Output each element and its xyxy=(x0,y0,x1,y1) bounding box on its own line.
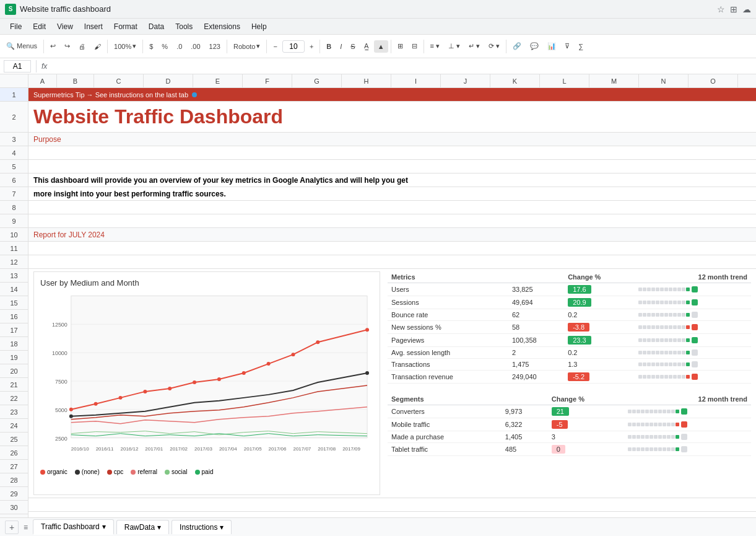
col-c[interactable]: C xyxy=(94,74,144,88)
row-num-19[interactable]: 19 xyxy=(0,351,28,364)
row-num-26[interactable]: 26 xyxy=(0,446,28,460)
col-j[interactable]: J xyxy=(441,74,490,88)
menu-view[interactable]: View xyxy=(52,21,78,32)
number-format[interactable]: 123 xyxy=(206,40,224,53)
function-button[interactable]: ∑ xyxy=(575,40,587,53)
doc-icon[interactable]: ⊞ xyxy=(730,4,737,14)
comment-button[interactable]: 💬 xyxy=(526,40,542,53)
row-num-7[interactable]: 7 xyxy=(0,187,28,201)
col-k[interactable]: K xyxy=(490,74,540,88)
row-num-22[interactable]: 22 xyxy=(0,392,28,405)
align-h-button[interactable]: ≡ ▾ xyxy=(427,40,443,53)
decimal-decrease[interactable]: .0 xyxy=(173,40,186,53)
col-f[interactable]: F xyxy=(243,74,292,88)
col-g[interactable]: G xyxy=(292,74,342,88)
row-num-9[interactable]: 9 xyxy=(0,214,28,228)
trend-dots xyxy=(638,361,747,367)
cloud-icon[interactable]: ☁ xyxy=(742,4,751,14)
menu-insert[interactable]: Insert xyxy=(79,21,108,32)
zoom-selector[interactable]: 100% ▾ xyxy=(110,40,140,53)
row-num-5[interactable]: 5 xyxy=(0,160,28,174)
row-num-14[interactable]: 14 xyxy=(0,283,28,296)
font-selector[interactable]: Roboto ▾ xyxy=(230,40,264,53)
filter-button[interactable]: ⊽ xyxy=(561,40,573,53)
menu-data[interactable]: Data xyxy=(144,21,169,32)
link-button[interactable]: 🔗 xyxy=(509,40,525,53)
banner-link[interactable]: See instructions on the last tab xyxy=(95,91,188,99)
chart-button[interactable]: 📊 xyxy=(544,40,560,53)
currency-button[interactable]: $ xyxy=(146,40,157,53)
col-d[interactable]: D xyxy=(144,74,193,88)
print-button[interactable]: 🖨 xyxy=(75,40,89,53)
borders-button[interactable]: ⊞ xyxy=(394,40,407,53)
row-num-20[interactable]: 20 xyxy=(0,364,28,378)
menu-edit[interactable]: Edit xyxy=(28,21,51,32)
row-num-13[interactable]: 13 xyxy=(0,269,28,283)
row-num-3[interactable]: 3 xyxy=(0,133,28,146)
undo-button[interactable]: ↩ xyxy=(46,40,59,53)
paint-format-button[interactable]: 🖌 xyxy=(90,40,105,53)
row-num-23[interactable]: 23 xyxy=(0,405,28,419)
tab-rawdata[interactable]: RawData ▾ xyxy=(116,520,169,534)
col-o[interactable]: O xyxy=(689,74,738,88)
col-b[interactable]: B xyxy=(57,74,94,88)
bold-button[interactable]: B xyxy=(323,40,335,53)
tab-instructions-dropdown[interactable]: ▾ xyxy=(220,523,224,532)
percent-button[interactable]: % xyxy=(158,40,172,53)
row-num-29[interactable]: 29 xyxy=(0,487,28,501)
col-m[interactable]: M xyxy=(589,74,639,88)
row-num-1[interactable]: 1 xyxy=(0,88,28,102)
menus-button[interactable]: 🔍 Menus xyxy=(2,40,41,53)
align-v-button[interactable]: ⊥ ▾ xyxy=(445,40,464,53)
cell-reference[interactable]: A1 xyxy=(4,60,31,72)
row-num-10[interactable]: 10 xyxy=(0,228,28,242)
decimal-increase[interactable]: .00 xyxy=(187,40,204,53)
font-size-input[interactable]: 10 xyxy=(282,40,305,53)
menu-format[interactable]: Format xyxy=(109,21,142,32)
row-num-2[interactable]: 2 xyxy=(0,102,28,133)
row-num-8[interactable]: 8 xyxy=(0,201,28,214)
tab-instructions[interactable]: Instructions ▾ xyxy=(172,520,232,534)
tab-traffic-dropdown[interactable]: ▾ xyxy=(102,522,106,531)
col-e[interactable]: E xyxy=(193,74,243,88)
merge-button[interactable]: ⊟ xyxy=(408,40,421,53)
highlight-button[interactable]: ▲ xyxy=(374,40,388,53)
text-color-button[interactable]: A̲ xyxy=(360,40,373,53)
row-num-21[interactable]: 21 xyxy=(0,378,28,392)
wrap-button[interactable]: ↵ ▾ xyxy=(465,40,484,53)
row-num-24[interactable]: 24 xyxy=(0,419,28,433)
col-h[interactable]: H xyxy=(342,74,391,88)
add-sheet-button[interactable]: + xyxy=(5,521,19,534)
row-num-15[interactable]: 15 xyxy=(0,296,28,310)
tab-traffic-dashboard[interactable]: Traffic Dashboard ▾ xyxy=(33,519,114,535)
col-a[interactable]: A xyxy=(28,74,57,88)
menu-tools[interactable]: Tools xyxy=(170,21,198,32)
col-n[interactable]: N xyxy=(639,74,689,88)
row-num-28[interactable]: 28 xyxy=(0,473,28,487)
col-l[interactable]: L xyxy=(540,74,589,88)
tab-rawdata-dropdown[interactable]: ▾ xyxy=(157,523,161,532)
row-num-27[interactable]: 27 xyxy=(0,460,28,473)
font-size-decrease[interactable]: − xyxy=(269,40,280,53)
redo-button[interactable]: ↪ xyxy=(61,40,74,53)
strikethrough-button[interactable]: S xyxy=(347,40,358,53)
menu-help[interactable]: Help xyxy=(246,21,272,32)
row-num-30[interactable]: 30 xyxy=(0,501,28,514)
star-icon[interactable]: ☆ xyxy=(717,4,725,14)
font-size-increase[interactable]: + xyxy=(306,40,317,53)
row-num-25[interactable]: 25 xyxy=(0,433,28,446)
row-num-6[interactable]: 6 xyxy=(0,174,28,187)
rotate-button[interactable]: ⟳ ▾ xyxy=(485,40,503,53)
menu-file[interactable]: File xyxy=(5,21,27,32)
trend-dots xyxy=(638,312,747,318)
row-num-17[interactable]: 17 xyxy=(0,323,28,337)
row-num-4[interactable]: 4 xyxy=(0,146,28,160)
menu-extensions[interactable]: Extensions xyxy=(199,21,245,32)
col-i[interactable]: I xyxy=(391,74,441,88)
row-num-12[interactable]: 12 xyxy=(0,255,28,269)
italic-button[interactable]: I xyxy=(336,40,345,53)
row-num-11[interactable]: 11 xyxy=(0,242,28,255)
formula-input[interactable] xyxy=(50,62,752,71)
row-num-18[interactable]: 18 xyxy=(0,337,28,351)
row-num-16[interactable]: 16 xyxy=(0,310,28,323)
